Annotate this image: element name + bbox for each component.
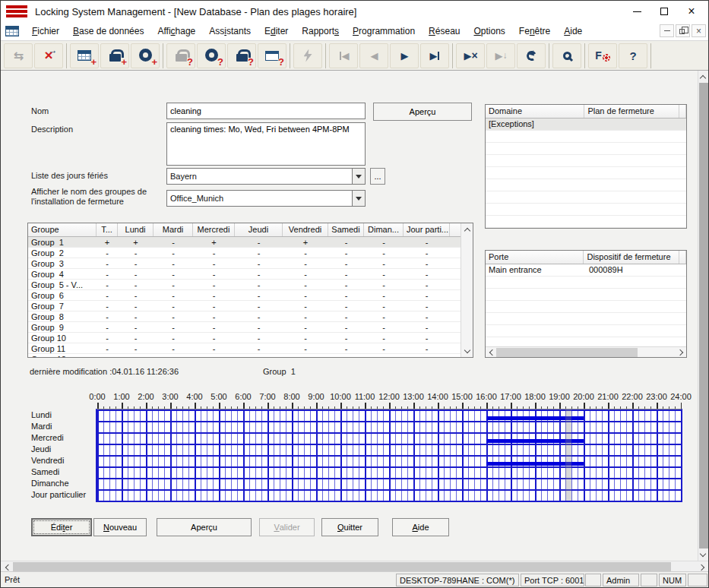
aide-button[interactable]: Aide [392, 518, 449, 536]
empty-row[interactable] [486, 277, 686, 289]
diter-button[interactable]: Éditer [31, 518, 92, 536]
delete-record-button[interactable]: ▶× [456, 43, 485, 68]
column-header[interactable]: Vendredi [283, 223, 328, 236]
new-transponder-button[interactable]: + [131, 43, 160, 68]
menu-options[interactable]: Options [467, 24, 511, 39]
read-transponder-button[interactable]: ? [197, 43, 226, 68]
table-horizontal-scrollbar[interactable] [486, 346, 686, 357]
scroll-down-button[interactable] [461, 345, 473, 357]
menu-programmation[interactable]: Programmation [346, 24, 422, 39]
quitter-button[interactable]: Quitter [321, 518, 378, 536]
menu-affichage[interactable]: Affichage [150, 24, 202, 39]
column-header[interactable]: Porte [486, 251, 584, 264]
column-header[interactable]: Plan de fermeture [584, 105, 679, 118]
table-row[interactable]: Main entrance000089H [486, 264, 686, 277]
help-button[interactable]: ? [619, 43, 647, 68]
empty-row[interactable] [486, 204, 686, 216]
holidays-browse-button[interactable]: ... [370, 168, 385, 185]
empty-row[interactable] [486, 289, 686, 301]
column-header[interactable]: Mercredi [193, 223, 235, 236]
minimize-button[interactable] [623, 3, 650, 20]
filter-settings-button[interactable]: F [588, 43, 617, 68]
scroll-thumb[interactable] [496, 348, 638, 357]
menu-r-seau[interactable]: Réseau [422, 24, 467, 39]
group-table-vertical-scrollbar[interactable] [461, 223, 473, 357]
group-row[interactable]: Group 11--------- [28, 343, 462, 354]
vertical-scroll-thumb[interactable] [699, 83, 708, 548]
search-button[interactable] [552, 43, 581, 68]
column-header[interactable]: Diman... [364, 223, 404, 236]
mdi-close-button[interactable]: × [692, 24, 706, 37]
last-record-button[interactable]: ▶ [420, 43, 449, 68]
empty-row[interactable] [486, 143, 686, 155]
group-row[interactable]: Group 7--------- [28, 301, 462, 311]
empty-row[interactable] [486, 179, 686, 191]
new-locking-system-button[interactable]: + [70, 43, 99, 68]
description-input[interactable]: cleaning times: Mo, Wed, Fri between 4PM… [166, 122, 366, 166]
group-table[interactable]: GroupeT...LundiMardiMercrediJeudiVendred… [27, 223, 473, 358]
group-names-dropdown-button[interactable] [352, 191, 365, 206]
aperu-button[interactable]: Aperçu [157, 518, 252, 536]
nouveau-button[interactable]: Nouveau [93, 518, 147, 536]
scroll-up-button[interactable] [461, 223, 473, 236]
mdi-restore-button[interactable] [676, 24, 690, 37]
group-row[interactable]: Group 9--------- [28, 322, 462, 333]
empty-row[interactable] [486, 191, 686, 204]
read-lock-data-button[interactable]: ? [227, 43, 256, 68]
menu-rapports[interactable]: Rapports [295, 24, 346, 39]
column-header[interactable]: Groupe [28, 223, 97, 236]
next-record-button[interactable]: ▶ [390, 43, 419, 68]
domain-table[interactable]: DomainePlan de fermeture[Exceptions] [485, 104, 687, 229]
menu-fen-tre[interactable]: Fenêtre [512, 24, 557, 39]
valider-button[interactable]: Valider [259, 518, 315, 536]
disconnect-button[interactable]: →× [34, 43, 63, 68]
holidays-dropdown-button[interactable] [352, 169, 365, 184]
prev-record-button[interactable]: ◀ [359, 43, 388, 68]
vertical-scrollbar[interactable] [698, 71, 708, 561]
group-row[interactable]: Group 6--------- [28, 290, 462, 301]
column-header[interactable]: Mardi [154, 223, 193, 236]
new-lock-button[interactable]: + [100, 43, 129, 68]
apercu-top-button[interactable]: Aperçu [373, 103, 472, 121]
refresh-button[interactable] [517, 43, 546, 68]
read-lock-button[interactable]: ? [166, 43, 195, 68]
program-button[interactable] [293, 43, 322, 68]
group-row[interactable]: Group 1++-+-+--- [28, 237, 462, 248]
column-header[interactable]: Jeudi [235, 223, 283, 236]
group-row[interactable]: Group 3--------- [28, 258, 462, 269]
scroll-left-button[interactable] [486, 347, 496, 357]
column-header[interactable]: Domaine [486, 105, 584, 118]
group-row[interactable]: Group 10--------- [28, 333, 462, 343]
menu-aide[interactable]: Aide [557, 24, 589, 39]
first-record-button[interactable]: ◀ [329, 43, 358, 68]
empty-row[interactable] [486, 216, 686, 228]
selected-time-column[interactable] [565, 409, 571, 501]
empty-row[interactable] [486, 167, 686, 179]
holidays-select[interactable]: Bayern [166, 168, 366, 185]
column-header[interactable]: Jour parti... [404, 223, 450, 236]
maximize-button[interactable] [650, 3, 678, 20]
menu-base-de-donn-es[interactable]: Base de données [66, 24, 150, 39]
empty-row[interactable] [486, 313, 686, 325]
menu-editer[interactable]: Editer [258, 24, 295, 39]
group-row[interactable]: Group 12 [28, 354, 462, 358]
door-table[interactable]: PorteDispositif de fermetureMain entranc… [485, 250, 687, 358]
close-button[interactable]: × [678, 3, 705, 20]
apply-record-button[interactable]: ▶↓ [486, 43, 515, 68]
group-row[interactable]: Group 2--------- [28, 248, 462, 258]
empty-row[interactable] [486, 325, 686, 337]
empty-row[interactable] [486, 155, 686, 167]
menu-assistants[interactable]: Assistants [202, 24, 258, 39]
scroll-right-button[interactable] [676, 347, 686, 357]
group-row[interactable]: Group 4--------- [28, 269, 462, 280]
empty-row[interactable] [486, 131, 686, 143]
table-row[interactable]: [Exceptions] [486, 119, 686, 131]
column-header[interactable]: Samedi [328, 223, 364, 236]
mdi-minimize-button[interactable] [660, 24, 674, 37]
group-names-select[interactable]: Office_Munich [166, 190, 366, 207]
menu-fichier[interactable]: Fichier [25, 24, 66, 39]
empty-row[interactable] [486, 301, 686, 313]
scroll-up-button[interactable] [698, 71, 708, 83]
column-header[interactable]: T... [97, 223, 118, 236]
group-row[interactable]: Group 8--------- [28, 311, 462, 322]
